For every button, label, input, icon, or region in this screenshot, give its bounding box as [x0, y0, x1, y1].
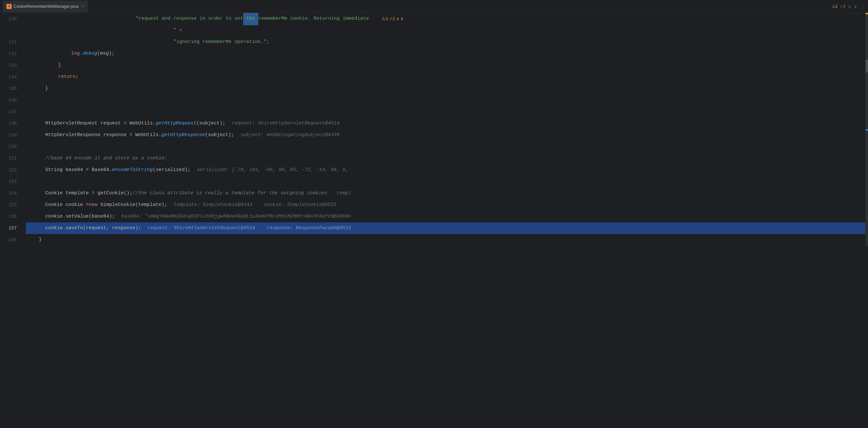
- tab-bar: J CookieRememberMeManager.java × ⚠2 ✓2 ∧…: [0, 0, 868, 13]
- toolbar-right: ⚠2 ✓2 ∧ ∨ ⋮: [832, 3, 865, 10]
- code-line-156: cookie.setValue(base64); base64: "smWgY0…: [26, 211, 868, 222]
- line-number-153: 153: [0, 176, 21, 188]
- ok-count: ✓2: [840, 4, 845, 9]
- code-text-140: "request and response in order to set: [135, 13, 243, 25]
- code-line-150: [26, 141, 868, 152]
- code-line-151: //base 64 encode it and store as a cooki…: [26, 152, 868, 164]
- nav-down-button[interactable]: ∨: [854, 4, 857, 9]
- scrollbar-thumb[interactable]: [865, 59, 868, 73]
- file-tab[interactable]: J CookieRememberMeManager.java ×: [3, 1, 88, 12]
- line-number-149: 149: [0, 129, 21, 141]
- line-numbers-gutter: 140 141 142 143 144 145 146 147 148 149 …: [0, 13, 26, 246]
- line-number-148: 148: [0, 118, 21, 129]
- warning-count: ⚠2: [832, 4, 838, 9]
- warning-inline: ⚠2 ✓2 ∧ ∨: [382, 13, 404, 25]
- line-number-140: 140: [0, 13, 21, 25]
- editor-area: 140 141 142 143 144 145 146 147 148 149 …: [0, 13, 868, 246]
- line-number-142: 142: [0, 48, 21, 59]
- line-number-146: 146: [0, 94, 21, 106]
- tab-title: CookieRememberMeManager.java: [13, 4, 79, 9]
- java-file-icon: J: [6, 4, 11, 9]
- code-line-152: String base64 = Base64.encodeToString(se…: [26, 164, 868, 176]
- code-line-158: }: [26, 234, 868, 246]
- warning-marker: [865, 13, 868, 14]
- editor-window: J CookieRememberMeManager.java × ⚠2 ✓2 ∧…: [0, 0, 868, 246]
- code-line-149: HttpServletResponse response = WebUtils.…: [26, 129, 868, 141]
- line-number-156: 156: [0, 211, 21, 222]
- line-number-152: 152: [0, 164, 21, 176]
- current-line-marker: [865, 129, 868, 131]
- line-number-143: 143: [0, 59, 21, 71]
- code-line-141a: " +: [26, 25, 868, 36]
- line-number-blank-a: [0, 25, 21, 36]
- code-line-154: Cookie template = getCookie(); //the cla…: [26, 188, 868, 199]
- line-number-151: 151: [0, 152, 21, 164]
- code-line-153: [26, 176, 868, 188]
- line-number-150: 150: [0, 141, 21, 152]
- code-line-143: }: [26, 59, 868, 71]
- nav-up-button[interactable]: ∧: [848, 4, 851, 9]
- code-line-147: [26, 106, 868, 118]
- code-line-148: HttpServletRequest request = WebUtils.ge…: [26, 118, 868, 129]
- more-options-button[interactable]: ⋮: [860, 3, 865, 10]
- code-line-144: return;: [26, 71, 868, 83]
- code-editor[interactable]: "request and response in order to set th…: [26, 13, 868, 246]
- code-line-157: cookie.saveTo(request, response); reques…: [26, 222, 868, 234]
- code-line-145: }: [26, 83, 868, 94]
- line-number-154: 154: [0, 188, 21, 199]
- code-line-140: "request and response in order to set th…: [26, 13, 868, 25]
- line-number-141: 141: [0, 36, 21, 48]
- line-number-155: 155: [0, 199, 21, 211]
- line-number-157: 157: [0, 222, 21, 234]
- code-line-155: Cookie cookie = new SimpleCookie(templat…: [26, 199, 868, 211]
- vertical-scrollbar[interactable]: [865, 13, 868, 246]
- line-number-145: 145: [0, 83, 21, 94]
- line-number-158: 158: [0, 234, 21, 246]
- warning-badge: ⚠2 ✓2: [832, 4, 845, 9]
- code-line-141b: "ignoring rememberMe operation.";: [26, 36, 868, 48]
- line-number-147: 147: [0, 106, 21, 118]
- code-line-146: [26, 94, 868, 106]
- tab-close-button[interactable]: ×: [82, 4, 84, 9]
- code-line-142: log.debug(msg);: [26, 48, 868, 59]
- line-number-144: 144: [0, 71, 21, 83]
